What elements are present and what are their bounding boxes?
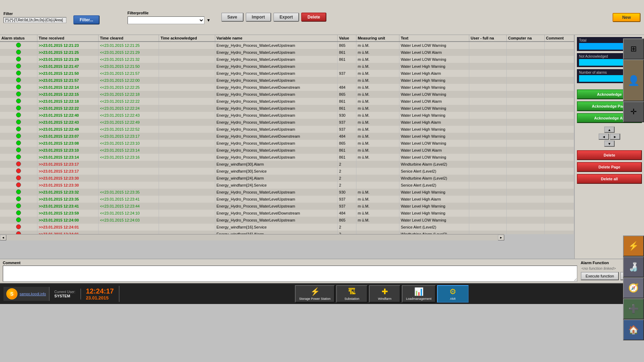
user-cell xyxy=(469,77,507,84)
time-received-cell: >>23.01.2015 12:22:15 xyxy=(37,91,98,98)
export-button[interactable]: Export xyxy=(273,13,299,22)
comment-cell xyxy=(544,154,574,161)
gauge-icon[interactable]: 🧭 xyxy=(623,277,644,298)
user-icon[interactable]: 👤 xyxy=(623,59,644,101)
save-button[interactable]: Save xyxy=(221,13,244,22)
computer-cell xyxy=(506,189,544,196)
table-row[interactable]: >>23.01.2015 12:23:08 <<23.01.2015 12:23… xyxy=(0,140,574,147)
computer-cell xyxy=(506,42,544,49)
nav-loadmanagement[interactable]: 📊 Loadmanagement xyxy=(402,285,436,303)
table-row[interactable]: >>23.01.2015 12:21:25 <<23.01.2015 12:21… xyxy=(0,49,574,56)
table-row[interactable]: >>23.01.2015 12:22:49 <<23.01.2015 12:22… xyxy=(0,126,574,133)
table-row[interactable]: >>23.01.2015 12:22:15 <<23.01.2015 12:22… xyxy=(0,91,574,98)
computer-cell xyxy=(506,175,544,182)
table-row[interactable]: >>23.01.2015 12:21:50 <<23.01.2015 12:21… xyxy=(0,70,574,77)
value-cell: 865 xyxy=(338,42,356,49)
text-cell: Senice Alert (Level2) xyxy=(399,168,469,175)
unit-cell: m ü.M. xyxy=(356,189,399,196)
hscroll-right[interactable]: ► xyxy=(498,235,504,240)
delete-button[interactable]: Delete xyxy=(301,13,326,22)
nav-ami[interactable]: ⚙ AMI xyxy=(437,285,469,303)
table-row[interactable]: >>23.01.2015 12:23:30 Energy_windfarm[24… xyxy=(0,182,574,189)
table-row[interactable]: >>23.01.2015 12:21:29 <<23.01.2015 12:21… xyxy=(0,56,574,63)
home-icon[interactable]: 🏠 xyxy=(623,319,644,340)
new-button[interactable]: New xyxy=(613,13,641,22)
text-cell: Water Level LOW Alarm xyxy=(399,98,469,105)
plus-corner-icon[interactable]: ➕ xyxy=(623,298,644,319)
nav-storage-power[interactable]: ⚡ Storage Power Station xyxy=(295,285,335,303)
comment-label: Comment xyxy=(3,261,577,265)
power-icon[interactable]: ⚡ xyxy=(623,236,644,256)
user-cell xyxy=(469,203,507,210)
time-ack-cell xyxy=(159,168,215,175)
nav-right[interactable]: ► xyxy=(610,133,620,140)
table-row[interactable]: >>23.01.2015 12:23:14 <<23.01.2015 12:23… xyxy=(0,154,574,161)
table-row[interactable]: >>23.01.2015 12:21:57 <<23.01.2015 12:22… xyxy=(0,77,574,84)
delete-action-button[interactable]: Delete xyxy=(577,150,642,160)
table-row[interactable]: >>23.01.2015 12:24:01 Energy_windfarm[16… xyxy=(0,224,574,231)
nav-windfarm[interactable]: ✚ Windfarm xyxy=(369,285,400,303)
col-measuring-unit: Measuring unit xyxy=(356,35,399,42)
time-ack-cell xyxy=(159,49,215,56)
variable-name-cell: Energy_Hydro_Process_WaterLevelUpstream xyxy=(215,126,338,133)
variable-name-cell: Energy_Hydro_Process_WaterLevelUpstream xyxy=(215,147,338,154)
table-row[interactable]: >>23.01.2015 12:23:17 Energy_windfarm[30… xyxy=(0,161,574,168)
col-value: Value xyxy=(338,35,356,42)
table-row[interactable]: >>23.01.2015 12:22:18 <<23.01.2015 12:22… xyxy=(0,98,574,105)
delete-all-button[interactable]: Delete all xyxy=(577,174,642,184)
col-variable-name: Variable name xyxy=(215,35,338,42)
alarm-table-body: >>23.01.2015 12:21:23 <<23.01.2015 12:21… xyxy=(0,42,574,234)
col-comment: Comment xyxy=(544,35,574,42)
table-row[interactable]: >>23.01.2015 12:23:59 <<23.01.2015 12:24… xyxy=(0,210,574,217)
table-row[interactable]: >>23.01.2015 12:23:10 <<23.01.2015 12:23… xyxy=(0,147,574,154)
status-dot xyxy=(16,106,21,110)
table-row[interactable]: >>23.01.2015 12:23:30 Energy_windfarm[24… xyxy=(0,175,574,182)
value-cell: 937 xyxy=(338,70,356,77)
user-cell xyxy=(469,112,507,119)
table-row[interactable]: >>23.01.2015 12:23:07 <<23.01.2015 12:23… xyxy=(0,133,574,140)
status-cell xyxy=(0,126,37,133)
table-row[interactable]: >>23.01.2015 12:23:41 <<23.01.2015 12:23… xyxy=(0,203,574,210)
table-row[interactable]: >>23.01.2015 12:22:43 <<23.01.2015 12:22… xyxy=(0,119,574,126)
value-cell: 861 xyxy=(338,154,356,161)
table-row[interactable]: >>23.01.2015 12:22:40 <<23.01.2015 12:22… xyxy=(0,112,574,119)
comment-cell xyxy=(544,133,574,140)
table-scroll[interactable]: Alarm status Time received Time cleared … xyxy=(0,35,574,234)
move-icon[interactable]: ✛ xyxy=(623,101,644,122)
table-row[interactable]: >>23.01.2015 12:23:35 <<23.01.2015 12:23… xyxy=(0,196,574,203)
import-button[interactable]: Import xyxy=(246,13,271,22)
bottle-icon[interactable]: 🍶 xyxy=(623,256,644,277)
nav-substation[interactable]: 🏗 Substation xyxy=(336,285,368,303)
delete-page-button[interactable]: Delete Page xyxy=(577,162,642,172)
table-row[interactable]: >>23.01.2015 12:22:22 <<23.01.2015 12:22… xyxy=(0,105,574,112)
table-row[interactable]: >>23.01.2015 12:21:23 <<23.01.2015 12:21… xyxy=(0,42,574,49)
computer-cell xyxy=(506,203,544,210)
hscroll-left[interactable]: ◄ xyxy=(0,235,6,240)
status-cell xyxy=(0,105,37,112)
nav-up[interactable]: ▲ xyxy=(604,126,615,133)
time-cleared-cell xyxy=(98,224,159,231)
table-row[interactable]: >>23.01.2015 12:22:14 <<23.01.2015 12:22… xyxy=(0,84,574,91)
value-cell: 937 xyxy=(338,203,356,210)
time-cleared-cell: <<23.01.2015 12:22:52 xyxy=(98,126,159,133)
computer-cell xyxy=(506,126,544,133)
table-row[interactable]: >>23.01.2015 12:24:00 <<23.01.2015 12:24… xyxy=(0,217,574,224)
comment-input[interactable] xyxy=(3,266,577,282)
filter-button[interactable]: Filter... xyxy=(73,15,100,24)
time-ack-cell xyxy=(159,119,215,126)
execute-function-button[interactable]: Execute function xyxy=(581,272,619,280)
variable-name-cell: Energy_Hydro_Process_WaterLevelUpstream xyxy=(215,49,338,56)
nav-down[interactable]: ▼ xyxy=(604,140,615,147)
table-row[interactable]: >>23.01.2015 12:23:17 Energy_windfarm[30… xyxy=(0,168,574,175)
time-received-cell: >>23.01.2015 12:23:59 xyxy=(37,210,98,217)
time-received-cell: >>23.01.2015 12:22:40 xyxy=(37,112,98,119)
table-row[interactable]: >>23.01.2015 12:23:32 <<23.01.2015 12:23… xyxy=(0,189,574,196)
table-row[interactable]: >>23.01.2015 12:24:01 Energy_windfarm[16… xyxy=(0,231,574,234)
time-ack-cell xyxy=(159,91,215,98)
nav-left[interactable]: ◄ xyxy=(599,133,609,140)
table-row[interactable]: >>23.01.2015 12:21:47 <<23.01.2015 12:21… xyxy=(0,63,574,70)
comment-cell xyxy=(544,70,574,77)
comment-cell xyxy=(544,161,574,168)
filterprofile-select[interactable] xyxy=(128,16,204,24)
expand-icon[interactable]: ⊞ xyxy=(623,38,644,59)
